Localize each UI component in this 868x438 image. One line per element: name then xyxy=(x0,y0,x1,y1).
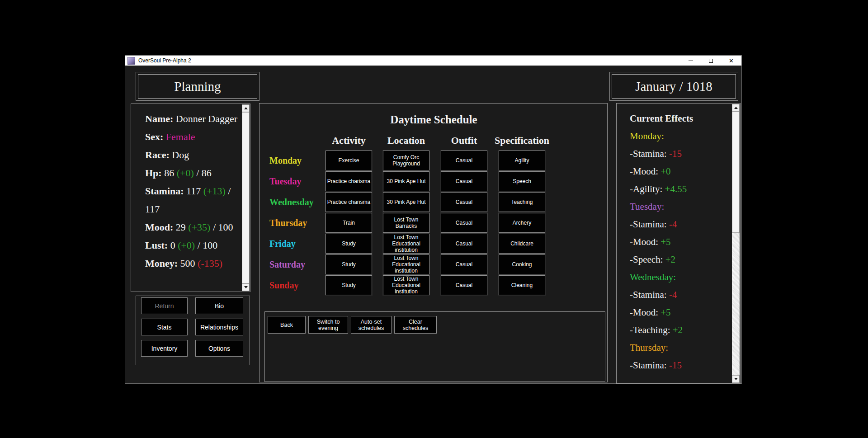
column-header-location: Location xyxy=(378,134,434,147)
outfit-cell-button[interactable]: Casual xyxy=(441,192,487,212)
activity-cell-button[interactable]: Practice charisma xyxy=(326,192,372,212)
menu-button[interactable]: Options xyxy=(195,340,243,357)
schedule-row: Tuesday Practice charisma 30 Pink Ape Hu… xyxy=(259,171,607,191)
column-header-specification: Specification xyxy=(494,134,550,147)
location-cell-button[interactable]: Lost Town Educational institution xyxy=(383,254,429,274)
app-icon xyxy=(127,57,135,65)
effect-line: -Stamina: -15 xyxy=(630,145,732,163)
close-icon: ✕ xyxy=(729,58,734,64)
schedule-action-button[interactable]: Clear schedules xyxy=(394,316,437,334)
schedule-action-button[interactable]: Switch to evening xyxy=(308,316,348,334)
planning-header-box: Planning xyxy=(136,72,259,101)
location-cell-button[interactable]: Lost Town Educational institution xyxy=(383,234,429,254)
effects-title: Current Effects xyxy=(630,110,732,127)
day-label: Wednesday xyxy=(269,192,324,212)
outfit-cell-button[interactable]: Casual xyxy=(441,213,487,233)
game-window: OverSoul Pre-Alpha 2 ✕ Planning January … xyxy=(125,55,742,384)
effect-line: -Stamina: -4 xyxy=(630,286,732,304)
activity-cell-button[interactable]: Study xyxy=(326,254,372,274)
specification-cell-button[interactable]: Archery xyxy=(499,213,545,233)
effects-text: Current Effects Monday: -Stamina: -15 -M… xyxy=(617,104,732,383)
effect-line: -Mood: +0 xyxy=(630,163,732,180)
effects-scroll-down-button[interactable] xyxy=(732,375,740,383)
character-stats-text: Name: Donner Dagger Sex: Female Race: Do… xyxy=(131,104,242,292)
restore-button[interactable] xyxy=(701,56,721,66)
menu-button[interactable]: Stats xyxy=(141,319,188,335)
restore-icon xyxy=(709,59,713,63)
minimize-icon xyxy=(689,61,693,61)
effect-line: -Stamina: -15 xyxy=(630,357,732,374)
stats-scrollbar[interactable] xyxy=(242,104,250,291)
stat-line: Money: 500 (-135) xyxy=(145,254,241,273)
location-cell-button[interactable]: 30 Pink Ape Hut xyxy=(383,192,429,212)
minimize-button[interactable] xyxy=(680,56,701,66)
stat-line: Mood: 29 (+35) / 100 xyxy=(145,218,241,236)
stat-line: Sex: Female xyxy=(145,128,241,146)
effect-line: -Speech: +2 xyxy=(630,251,732,268)
date-header-box: January / 1018 xyxy=(609,72,738,101)
effect-line: Thursday: xyxy=(630,339,732,357)
outfit-cell-button[interactable]: Casual xyxy=(441,171,487,191)
current-effects-panel: Current Effects Monday: -Stamina: -15 -M… xyxy=(616,103,741,384)
arrow-up-icon xyxy=(734,107,738,109)
specification-cell-button[interactable]: Cleaning xyxy=(499,275,545,295)
effects-scrollbar[interactable] xyxy=(732,104,740,383)
schedule-actions-row: Back Switch to evening Auto-set schedule… xyxy=(265,312,605,334)
stat-line: Name: Donner Dagger xyxy=(145,110,241,128)
stat-line: Hp: 86 (+0) / 86 xyxy=(145,164,241,182)
menu-button[interactable]: Inventory xyxy=(141,340,188,357)
specification-cell-button[interactable]: Agility xyxy=(499,151,545,170)
day-label: Friday xyxy=(269,234,324,254)
location-cell-button[interactable]: 30 Pink Ape Hut xyxy=(383,171,429,191)
day-label: Monday xyxy=(269,151,324,170)
location-cell-button[interactable]: Lost Town Educational institution xyxy=(383,275,429,295)
schedule-rows: Monday Exercise Comfy Orc Playground Cas… xyxy=(259,151,607,296)
effects-lines: Monday: -Stamina: -15 -Mood: +0 -A xyxy=(630,127,732,374)
specification-cell-button[interactable]: Childcare xyxy=(499,234,545,254)
schedule-row: Sunday Study Lost Town Educational insti… xyxy=(259,275,607,295)
stat-line: 117 xyxy=(145,200,241,218)
schedule-action-button[interactable]: Auto-set schedules xyxy=(351,316,392,334)
stats-scrollbar-thumb[interactable] xyxy=(242,112,250,283)
outfit-cell-button[interactable]: Casual xyxy=(441,275,487,295)
stat-line: Race: Dog xyxy=(145,146,241,164)
stats-scroll-up-button[interactable] xyxy=(242,104,250,112)
schedule-row: Wednesday Practice charisma 30 Pink Ape … xyxy=(259,192,607,212)
window-title: OverSoul Pre-Alpha 2 xyxy=(138,57,191,64)
outfit-cell-button[interactable]: Casual xyxy=(441,254,487,274)
menu-grid: Return Bio Stats Relationships Inventory xyxy=(136,296,250,357)
arrow-down-icon xyxy=(244,286,248,288)
menu-button[interactable]: Return xyxy=(141,297,188,314)
schedule-row: Monday Exercise Comfy Orc Playground Cas… xyxy=(259,151,607,170)
effect-line: Wednesday: xyxy=(630,268,732,286)
activity-cell-button[interactable]: Train xyxy=(326,213,372,233)
outfit-cell-button[interactable]: Casual xyxy=(441,234,487,254)
outfit-cell-button[interactable]: Casual xyxy=(441,151,487,170)
day-label: Saturday xyxy=(269,254,324,274)
schedule-row: Thursday Train Lost Town Barracks Casual… xyxy=(259,213,607,233)
stats-scroll-down-button[interactable] xyxy=(242,283,250,291)
effect-line: -Teaching: +2 xyxy=(630,321,732,339)
column-header-activity: Activity xyxy=(321,134,377,147)
effects-scrollbar-thumb[interactable] xyxy=(732,112,740,233)
specification-cell-button[interactable]: Speech xyxy=(499,171,545,191)
schedule-action-button[interactable]: Back xyxy=(268,316,306,334)
activity-cell-button[interactable]: Study xyxy=(326,234,372,254)
specification-cell-button[interactable]: Cooking xyxy=(499,254,545,274)
effects-scroll-up-button[interactable] xyxy=(732,104,740,112)
specification-cell-button[interactable]: Teaching xyxy=(499,192,545,212)
game-date: January / 1018 xyxy=(635,79,712,94)
close-button[interactable]: ✕ xyxy=(721,56,741,66)
activity-cell-button[interactable]: Practice charisma xyxy=(326,171,372,191)
menu-button[interactable]: Relationships xyxy=(195,319,243,335)
location-cell-button[interactable]: Comfy Orc Playground xyxy=(383,151,429,170)
activity-cell-button[interactable]: Exercise xyxy=(326,151,372,170)
stat-line: Lust: 0 (+0) / 100 xyxy=(145,236,241,254)
location-cell-button[interactable]: Lost Town Barracks xyxy=(383,213,429,233)
window-controls: ✕ xyxy=(680,56,741,66)
day-label: Tuesday xyxy=(269,171,324,191)
effect-line: -Agility: +4.55 xyxy=(630,180,732,198)
effect-line: Monday: xyxy=(630,127,732,145)
activity-cell-button[interactable]: Study xyxy=(326,275,372,295)
menu-button[interactable]: Bio xyxy=(195,297,243,314)
